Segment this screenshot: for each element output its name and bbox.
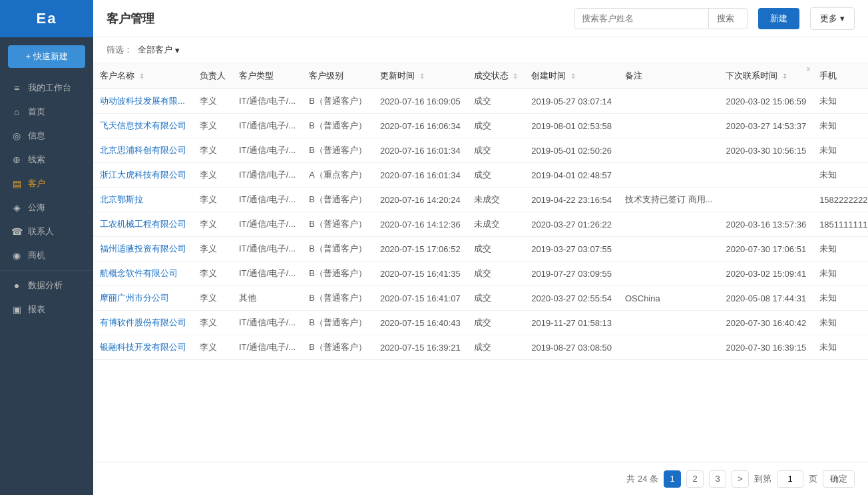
th-update-time[interactable]: 更新时间 ⇕ xyxy=(373,63,467,89)
customer-name-cell[interactable]: 摩丽广州市分公司 xyxy=(93,286,193,311)
page-btn-3[interactable]: 3 xyxy=(709,470,726,488)
th-name[interactable]: 客户名称 ⇕ xyxy=(93,63,193,89)
phone-cell: 18511111110 xyxy=(813,212,868,237)
remark-cell xyxy=(618,114,719,138)
next-contact-cell: 2020-05-08 17:44:31 xyxy=(719,286,813,311)
deal-status-cell: 成交 xyxy=(467,114,525,138)
update-time-cell: 2020-07-15 17:06:52 xyxy=(373,237,467,261)
th-deal-status[interactable]: 成交状态 ⇕ xyxy=(467,63,525,89)
page-btn-2[interactable]: 2 xyxy=(686,470,704,488)
phone-cell: 未知 xyxy=(813,311,868,335)
owner-cell: 李义 xyxy=(193,138,232,163)
type-cell: IT/通信/电子/... xyxy=(232,237,302,261)
sort-icon: ⇕ xyxy=(513,73,518,80)
sidebar-item-label: 首页 xyxy=(28,106,45,118)
customer-icon: ▤ xyxy=(11,178,23,189)
owner-cell: 李义 xyxy=(193,261,232,286)
sidebar-item-workbench[interactable]: ≡ 我的工作台 xyxy=(0,76,93,100)
opportunity-icon: ◉ xyxy=(11,250,23,261)
update-time-cell: 2020-07-16 14:20:24 xyxy=(373,188,467,212)
update-time-cell: 2020-07-16 16:01:34 xyxy=(373,163,467,188)
sidebar: Ea + 快速新建 ≡ 我的工作台 ⌂ 首页 ◎ 信息 ⊕ 线索 ▤ 客户 ◈ … xyxy=(0,0,93,495)
th-next-contact[interactable]: 下次联系时间 ⇕ x xyxy=(719,63,813,89)
next-page-button[interactable]: > xyxy=(732,470,749,488)
quick-create-button[interactable]: + 快速新建 xyxy=(8,45,85,68)
deal-status-cell: 成交 xyxy=(467,138,525,163)
type-cell: IT/通信/电子/... xyxy=(232,163,302,188)
sidebar-item-customer[interactable]: ▤ 客户 xyxy=(0,172,93,196)
create-time-cell: 2019-08-27 03:08:50 xyxy=(525,335,618,360)
workbench-icon: ≡ xyxy=(11,82,23,93)
sidebar-item-opportunity[interactable]: ◉ 商机 xyxy=(0,244,93,267)
remark-cell xyxy=(618,261,719,286)
create-time-cell: 2020-03-27 02:55:54 xyxy=(525,286,618,311)
page-btn-1[interactable]: 1 xyxy=(664,470,681,488)
customer-name-cell[interactable]: 航概念软件有限公司 xyxy=(93,261,193,286)
th-owner: 负责人 xyxy=(193,63,232,89)
sidebar-item-label: 报表 xyxy=(28,303,45,315)
phone-cell: 未知 xyxy=(813,237,868,261)
chevron-down-icon: ▾ xyxy=(175,45,180,55)
sidebar-item-home[interactable]: ⌂ 首页 xyxy=(0,100,93,124)
remark-cell xyxy=(618,335,719,360)
sidebar-item-label: 联系人 xyxy=(28,226,54,238)
level-cell: B（普通客户） xyxy=(302,188,373,212)
next-contact-cell: 2020-03-16 13:57:36 xyxy=(719,212,813,237)
sort-icon: ⇕ xyxy=(570,73,576,80)
sidebar-item-label: 线索 xyxy=(28,154,45,166)
search-button[interactable]: 搜索 xyxy=(708,9,742,29)
next-contact-cell: 2020-07-30 17:06:51 xyxy=(719,237,813,261)
deal-status-cell: 成交 xyxy=(467,261,525,286)
search-box: 搜索 xyxy=(574,8,748,29)
sidebar-item-label: 公海 xyxy=(28,202,45,214)
customer-name-cell[interactable]: 北京思浦科创有限公司 xyxy=(93,138,193,163)
update-time-cell: 2020-07-16 16:09:05 xyxy=(373,89,467,114)
sidebar-item-info[interactable]: ◎ 信息 xyxy=(0,124,93,148)
customer-table: 客户名称 ⇕ 负责人 客户类型 客户级别 更新时间 ⇕ xyxy=(93,63,868,360)
remark-cell xyxy=(618,89,719,114)
search-input[interactable] xyxy=(575,9,708,27)
type-cell: IT/通信/电子/... xyxy=(232,311,302,335)
customer-name-cell[interactable]: 北京鄂斯拉 xyxy=(93,188,193,212)
customer-name-cell[interactable]: 飞天信息技术有限公司 xyxy=(93,114,193,138)
phone-cell: 未知 xyxy=(813,138,868,163)
create-time-cell: 2019-03-27 03:07:55 xyxy=(525,237,618,261)
phone-cell: 未知 xyxy=(813,261,868,286)
customer-name-cell[interactable]: 有博软件股份有限公司 xyxy=(93,311,193,335)
level-cell: B（普通客户） xyxy=(302,138,373,163)
sidebar-item-label: 客户 xyxy=(28,178,45,190)
page-input[interactable] xyxy=(777,470,803,488)
next-contact-cell: 2020-03-02 15:09:41 xyxy=(719,261,813,286)
next-contact-cell xyxy=(719,163,813,188)
phone-cell: 未知 xyxy=(813,114,868,138)
deal-status-cell: 成交 xyxy=(467,163,525,188)
analysis-icon: ● xyxy=(11,280,23,291)
customer-name-cell[interactable]: 动动波科技发展有限... xyxy=(93,89,193,114)
owner-cell: 李义 xyxy=(193,286,232,311)
customer-name-cell[interactable]: 福州适腋投资有限公司 xyxy=(93,237,193,261)
goto-label: 到第 xyxy=(754,473,771,485)
customer-name-cell[interactable]: 工农机械工程有限公司 xyxy=(93,212,193,237)
phone-cell: 未知 xyxy=(813,335,868,360)
sidebar-item-sea[interactable]: ◈ 公海 xyxy=(0,196,93,220)
th-create-time[interactable]: 创建时间 ⇕ xyxy=(525,63,618,89)
page-title: 客户管理 xyxy=(107,11,154,27)
customer-name-cell[interactable]: 银融科技开发有限公司 xyxy=(93,335,193,360)
deal-status-cell: 成交 xyxy=(467,237,525,261)
sidebar-item-report[interactable]: ▣ 报表 xyxy=(0,297,93,321)
close-icon[interactable]: x xyxy=(807,65,811,73)
sidebar-item-analysis[interactable]: ● 数据分析 xyxy=(0,273,93,297)
th-level: 客户级别 xyxy=(302,63,373,89)
owner-cell: 李义 xyxy=(193,89,232,114)
filter-value[interactable]: 全部客户 ▾ xyxy=(138,44,180,56)
table-row: 飞天信息技术有限公司 李义 IT/通信/电子/... B（普通客户） 2020-… xyxy=(93,114,868,138)
update-time-cell: 2020-07-15 16:39:21 xyxy=(373,335,467,360)
new-button[interactable]: 新建 xyxy=(758,8,799,29)
owner-cell: 李义 xyxy=(193,114,232,138)
phone-cell: 未知 xyxy=(813,163,868,188)
more-button[interactable]: 更多 ▾ xyxy=(810,7,855,30)
sidebar-item-clues[interactable]: ⊕ 线索 xyxy=(0,148,93,172)
sidebar-item-contact[interactable]: ☎ 联系人 xyxy=(0,220,93,244)
confirm-button[interactable]: 确定 xyxy=(823,470,855,488)
customer-name-cell[interactable]: 浙江大虎科技有限公司 xyxy=(93,163,193,188)
